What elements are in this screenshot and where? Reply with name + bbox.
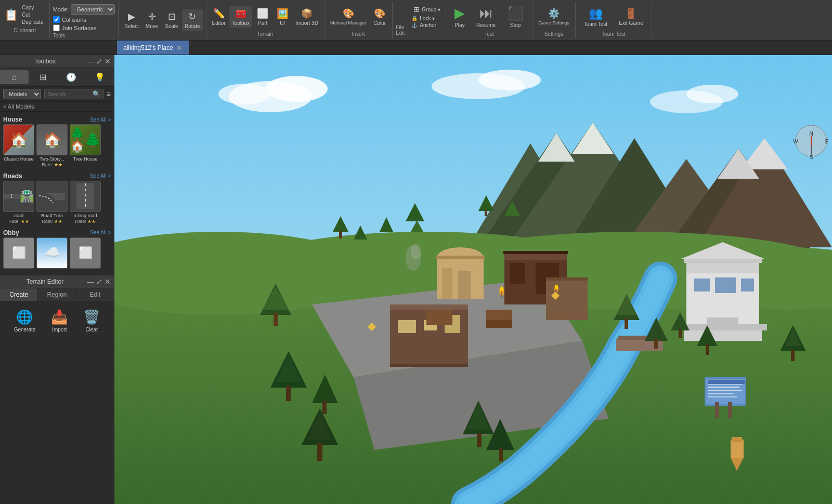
exit-game-button[interactable]: 🚪 Exit Game bbox=[614, 6, 648, 28]
toolbox-expand-button[interactable]: ⤢ bbox=[96, 57, 102, 65]
svg-rect-100 bbox=[715, 402, 719, 418]
model-item-obby-3[interactable] bbox=[70, 237, 101, 270]
tab-place[interactable]: aliking512's Place ✕ bbox=[117, 41, 189, 55]
editor-label: Editor bbox=[212, 20, 226, 26]
editor-button[interactable]: ✏️ Editor bbox=[210, 6, 228, 28]
lock-label: Lock ▾ bbox=[420, 16, 435, 21]
svg-rect-58 bbox=[684, 330, 762, 341]
cut-button[interactable]: Cut bbox=[20, 11, 45, 18]
model-item-classic-house[interactable]: 🏠 Classic House bbox=[3, 124, 34, 167]
part-button[interactable]: ⬜ Part bbox=[253, 6, 272, 28]
group-button[interactable]: ⊞ Group ▾ bbox=[411, 4, 443, 15]
paste-icon: 📋 bbox=[4, 8, 18, 22]
terrain-label: Terrain bbox=[257, 30, 274, 37]
copy-button[interactable]: Copy bbox=[20, 4, 45, 11]
viewport[interactable]: N S W E bbox=[114, 55, 832, 504]
model-item-road[interactable]: road Rate: ★★ bbox=[3, 181, 34, 224]
import3d-icon: 📦 bbox=[301, 8, 313, 19]
classic-house-thumb: 🏠 bbox=[3, 124, 34, 155]
left-panel: Toolbox — ⤢ ✕ ⌂ ⊞ 🕐 💡 Models Meshes bbox=[0, 55, 114, 504]
terrain-tab-edit[interactable]: Edit bbox=[76, 288, 114, 301]
obby-1-thumb bbox=[3, 237, 34, 269]
lock-group: ⊞ Group ▾ 🔒 Lock ▾ ⚓ Anchor bbox=[408, 2, 446, 38]
terrain-generate-button[interactable]: 🌐 Generate bbox=[9, 307, 41, 335]
team-test-inner: 👥 Team Test 🚪 Exit Game bbox=[579, 3, 648, 30]
svg-rect-101 bbox=[728, 402, 732, 418]
stop-label: Stop bbox=[510, 22, 521, 28]
game-settings-button[interactable]: ⚙️ Game Settings bbox=[536, 6, 572, 27]
collisions-checkbox[interactable] bbox=[53, 16, 60, 23]
toolbox-button[interactable]: 🧰 Toolbox bbox=[229, 6, 252, 28]
main-area: Toolbox — ⤢ ✕ ⌂ ⊞ 🕐 💡 Models Meshes bbox=[0, 55, 832, 504]
toolbox-tab-home[interactable]: ⌂ bbox=[0, 70, 29, 84]
svg-point-7 bbox=[218, 84, 270, 104]
move-button[interactable]: ✛ Move bbox=[142, 9, 161, 31]
scale-button[interactable]: ⊡ Scale bbox=[162, 9, 181, 31]
scene-svg: N S W E bbox=[114, 55, 832, 504]
rotate-button[interactable]: ↻ Rotate bbox=[182, 9, 202, 31]
road-stars: ★★ bbox=[21, 219, 29, 224]
filter-button[interactable]: ≡ bbox=[107, 90, 111, 98]
obby-see-all[interactable]: See All > bbox=[90, 230, 111, 235]
terrain-tools: 🌐 Generate 📥 Import 🗑️ Clear bbox=[0, 301, 114, 340]
terrain-close-button[interactable]: ✕ bbox=[105, 277, 111, 286]
terrain-import-button[interactable]: 📥 Import bbox=[46, 307, 73, 335]
color-button[interactable]: 🎨 Color bbox=[370, 6, 389, 28]
obby-2-thumb bbox=[36, 237, 68, 269]
house-see-all[interactable]: See All > bbox=[90, 117, 111, 123]
lock-button[interactable]: 🔒 Lock ▾ bbox=[411, 16, 443, 21]
duplicate-button[interactable]: Duplicate bbox=[20, 19, 45, 25]
tab-close-button[interactable]: ✕ bbox=[176, 44, 183, 52]
models-dropdown[interactable]: Models Meshes Plugins bbox=[3, 89, 41, 99]
roads-see-all[interactable]: See All > bbox=[90, 173, 111, 179]
terrain-tab-create[interactable]: Create bbox=[0, 288, 38, 301]
svg-rect-74 bbox=[625, 319, 628, 329]
toolbox-icon: 🧰 bbox=[235, 8, 246, 19]
terrain-generate-icon: 🌐 bbox=[16, 309, 33, 325]
svg-rect-40 bbox=[458, 271, 471, 299]
collisions-checkbox-row[interactable]: Collisions bbox=[53, 16, 115, 23]
terrain-expand-button[interactable]: ⤢ bbox=[96, 277, 102, 286]
game-settings-icon: ⚙️ bbox=[548, 8, 560, 19]
rating-stars: ★★ bbox=[54, 162, 62, 167]
team-test-button[interactable]: 👥 Team Test bbox=[579, 5, 613, 29]
move-icon: ✛ bbox=[148, 11, 156, 22]
lock-icon: 🔒 bbox=[411, 16, 418, 21]
toolbox-tab-grid[interactable]: ⊞ bbox=[29, 70, 57, 84]
join-surfaces-checkbox[interactable] bbox=[53, 24, 60, 31]
model-item-obby-1[interactable] bbox=[3, 237, 34, 270]
toolbox-close-button[interactable]: ✕ bbox=[105, 57, 111, 65]
model-item-road-turn[interactable]: Road Turn Rate: ★★ bbox=[36, 181, 68, 224]
svg-rect-103 bbox=[708, 387, 739, 388]
terrain-minimize-button[interactable]: — bbox=[87, 277, 94, 286]
material-manager-button[interactable]: 🎨 Material Manager bbox=[328, 6, 369, 27]
import3d-button[interactable]: 📦 Import 3D bbox=[293, 6, 321, 28]
svg-rect-95 bbox=[426, 310, 452, 325]
model-item-two-story[interactable]: Two-Story... Rate: ★★ bbox=[36, 124, 68, 167]
mode-dropdown[interactable]: Geometric Surface bbox=[71, 4, 115, 15]
resume-button[interactable]: ⏭ Resume bbox=[471, 3, 501, 30]
long-road-rating: Rate: ★★ bbox=[75, 219, 96, 224]
svg-rect-36 bbox=[503, 251, 568, 254]
select-button[interactable]: ▶ Select bbox=[122, 9, 141, 31]
all-models-label: < All Models bbox=[0, 102, 114, 112]
stop-button[interactable]: ⬛ Stop bbox=[502, 3, 529, 30]
terrain-clear-button[interactable]: 🗑️ Clear bbox=[78, 307, 105, 335]
model-item-obby-2[interactable] bbox=[36, 237, 68, 270]
play-button[interactable]: ▶ Play bbox=[449, 3, 470, 30]
toolbox-tab-recent[interactable]: 🕐 bbox=[57, 70, 86, 84]
toolbox-tab-info[interactable]: 💡 bbox=[85, 70, 114, 84]
game-settings-inner: ⚙️ Game Settings bbox=[536, 3, 572, 30]
play-icon: ▶ bbox=[454, 5, 465, 21]
terrain-tab-region[interactable]: Region bbox=[38, 288, 76, 301]
road-thumb bbox=[3, 181, 34, 212]
join-surfaces-checkbox-row[interactable]: Join Surfaces bbox=[53, 24, 115, 31]
select-label: Select bbox=[124, 23, 139, 29]
ui-button[interactable]: 🖼️ UI bbox=[273, 6, 292, 28]
model-item-long-road[interactable]: a long road Rate: ★★ bbox=[70, 181, 101, 224]
file-edit-group: File Edit bbox=[393, 2, 408, 38]
anchor-button[interactable]: ⚓ Anchor bbox=[411, 22, 443, 28]
model-item-tree-house[interactable]: 🌲🏠 Tree House bbox=[70, 124, 101, 167]
search-input[interactable] bbox=[47, 91, 93, 97]
toolbox-minimize-button[interactable]: — bbox=[87, 57, 94, 65]
